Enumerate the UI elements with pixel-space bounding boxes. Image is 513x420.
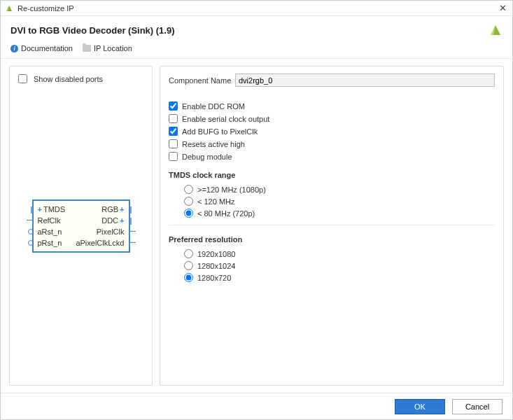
app-icon: [5, 4, 13, 13]
ip-location-label: IP Location: [94, 44, 132, 52]
port-right-0: RGB+: [81, 205, 129, 214]
preview-panel: Show disabled ports || || +TMDS RGB+ ||: [9, 66, 153, 386]
checkbox-input-0[interactable]: [169, 102, 178, 111]
checkbox-label-1: Enable serial clock output: [182, 115, 269, 123]
radio-res-label-1: 1280x1024: [197, 262, 235, 270]
radio-res-2[interactable]: 1280x720: [184, 273, 495, 282]
titlebar: Re-customize IP ✕: [1, 1, 512, 16]
cancel-button[interactable]: Cancel: [452, 399, 503, 414]
port-left-0: +TMDS: [34, 205, 81, 214]
dialog-footer: OK Cancel: [1, 393, 512, 419]
component-name-input[interactable]: [235, 74, 495, 87]
checkbox-resets-active-high[interactable]: Resets active high: [169, 139, 495, 148]
ip-location-link[interactable]: IP Location: [83, 44, 132, 52]
show-disabled-ports-checkbox[interactable]: Show disabled ports: [15, 72, 146, 85]
checkbox-input-3[interactable]: [169, 139, 178, 148]
show-disabled-ports-label: Show disabled ports: [34, 75, 103, 83]
radio-tmds-1[interactable]: < 120 MHz: [184, 197, 495, 206]
pin-right-2: [129, 226, 139, 237]
pin-left-1: [24, 215, 34, 226]
component-name-label: Component Name: [169, 76, 235, 85]
checkbox-label-0: Enable DDC ROM: [182, 102, 245, 111]
checkbox-enable-serial-clock[interactable]: Enable serial clock output: [169, 114, 495, 123]
radio-tmds-0[interactable]: >=120 MHz (1080p): [184, 185, 495, 194]
close-button[interactable]: ✕: [497, 3, 508, 13]
folder-icon: [83, 45, 91, 52]
vendor-logo-icon: [489, 23, 503, 37]
ok-button[interactable]: OK: [395, 399, 445, 414]
radio-res-input-0[interactable]: [184, 249, 193, 258]
documentation-label: Documentation: [21, 44, 73, 52]
radio-res-input-1[interactable]: [184, 261, 193, 270]
pin-right-3: [129, 237, 139, 248]
toolbar-links: i Documentation IP Location: [1, 43, 512, 59]
checkbox-enable-ddc-rom[interactable]: Enable DDC ROM: [169, 102, 495, 111]
checkbox-add-bufg[interactable]: Add BUFG to PixelClk: [169, 127, 495, 136]
dialog-window: Re-customize IP ✕ DVI to RGB Video Decod…: [0, 0, 513, 420]
documentation-link[interactable]: i Documentation: [10, 44, 73, 52]
info-icon: i: [10, 45, 18, 52]
checkbox-input-2[interactable]: [169, 127, 178, 136]
checkbox-debug-module[interactable]: Debug module: [169, 152, 495, 161]
radio-tmds-label-2: < 80 MHz (720p): [197, 209, 255, 218]
port-right-3: aPixelClkLckd: [80, 239, 129, 247]
pin-right-0: ||: [129, 204, 139, 215]
port-left-3: pRst_n: [34, 239, 80, 247]
radio-tmds-label-1: < 120 MHz: [197, 197, 235, 206]
radio-tmds-input-0[interactable]: [184, 185, 193, 194]
page-title: DVI to RGB Video Decoder (Sink) (1.9): [10, 25, 489, 36]
ip-block-diagram: || || +TMDS RGB+ || RefClk DDC+: [32, 200, 130, 253]
resolution-heading: Preferred resolution: [169, 235, 495, 244]
header: DVI to RGB Video Decoder (Sink) (1.9): [1, 16, 512, 43]
window-title: Re-customize IP: [17, 4, 497, 13]
radio-res-1[interactable]: 1280x1024: [184, 261, 495, 270]
port-left-1: RefClk: [34, 216, 81, 225]
port-right-1: DDC+: [81, 216, 129, 225]
radio-tmds-input-1[interactable]: [184, 197, 193, 206]
pin-left-3: [24, 237, 34, 248]
radio-tmds-label-0: >=120 MHz (1080p): [197, 186, 266, 194]
checkbox-input-4[interactable]: [169, 152, 178, 161]
ip-block: || || +TMDS RGB+ || RefClk DDC+: [32, 200, 130, 253]
checkbox-label-3: Resets active high: [182, 140, 245, 148]
checkbox-label-4: Debug module: [182, 153, 232, 161]
pin-left-2: [24, 226, 34, 237]
checkbox-label-2: Add BUFG to PixelClk: [182, 127, 258, 136]
checkbox-input-1[interactable]: [169, 114, 178, 123]
port-left-2: aRst_n: [34, 227, 81, 236]
config-panel: Component Name Enable DDC ROM Enable ser…: [160, 66, 504, 386]
radio-tmds-2[interactable]: < 80 MHz (720p): [184, 209, 495, 218]
port-right-2: PixelClk: [81, 227, 129, 236]
section-divider: [169, 225, 495, 225]
show-disabled-ports-input[interactable]: [18, 74, 27, 83]
radio-res-0[interactable]: 1920x1080: [184, 249, 495, 258]
radio-res-label-0: 1920x1080: [197, 250, 235, 258]
radio-tmds-input-2[interactable]: [184, 209, 193, 218]
pin-right-1: ||: [129, 215, 139, 226]
tmds-heading: TMDS clock range: [169, 171, 495, 179]
radio-res-label-2: 1280x720: [197, 274, 231, 282]
radio-res-input-2[interactable]: [184, 273, 193, 282]
component-name-row: Component Name: [169, 74, 495, 87]
dialog-body: Show disabled ports || || +TMDS RGB+ ||: [1, 59, 512, 393]
pin-left-0: ||: [24, 204, 34, 215]
